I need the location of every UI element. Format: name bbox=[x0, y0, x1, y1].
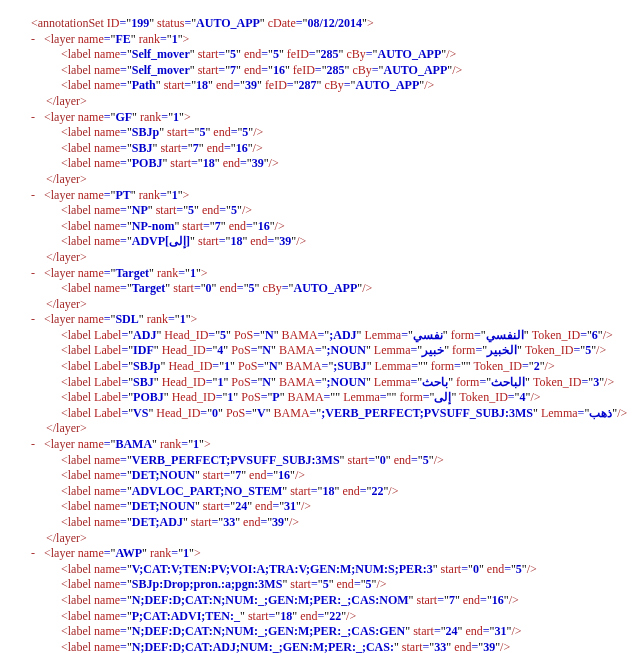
xml-code-block: <annotationSet ID="199" status="AUTO_APP… bbox=[16, 16, 624, 653]
